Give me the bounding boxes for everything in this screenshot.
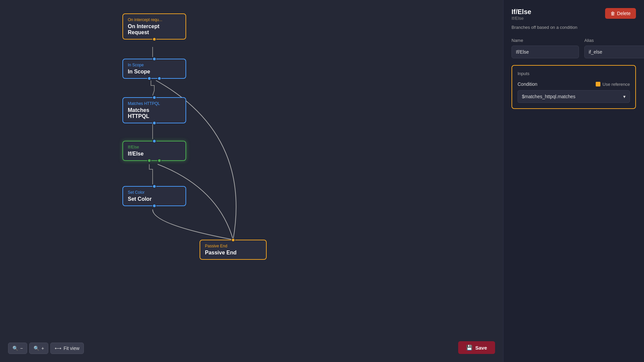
connector-bottom-orange[interactable] — [152, 37, 156, 41]
node-type-label: Matches HTTPQL — [128, 101, 181, 106]
node-type-label: If/Else — [128, 145, 181, 149]
node-name: Passive End — [205, 250, 261, 256]
use-reference-checkbox[interactable] — [596, 82, 600, 86]
panel-header: If/Else If/Else 🗑 Delete — [512, 8, 636, 22]
name-input[interactable] — [512, 46, 579, 58]
connector-top[interactable] — [152, 96, 156, 100]
node-type-label: In Scope — [128, 63, 181, 67]
inputs-title: Inputs — [518, 71, 630, 76]
node-matches-httpql[interactable]: Matches HTTPQL MatchesHTTPQL — [122, 97, 186, 123]
name-label: Name — [512, 38, 579, 43]
fit-view-button[interactable]: ⟷ Fit view — [50, 343, 84, 354]
panel-description: Branches off based on a condition — [512, 25, 636, 30]
name-alias-row: Name Alias — [512, 38, 636, 58]
zoom-in-label: + — [41, 346, 44, 351]
node-intercept-request[interactable]: On intercept requ... On InterceptRequest — [122, 13, 186, 40]
connector-top[interactable] — [152, 184, 156, 188]
connector-top[interactable] — [152, 57, 156, 61]
condition-label: Condition — [518, 81, 537, 87]
use-reference-group: Use reference — [596, 82, 630, 87]
node-type-label: On intercept requ... — [128, 17, 181, 22]
fit-view-label: Fit view — [63, 346, 79, 351]
zoom-out-button[interactable]: 🔍 − — [8, 343, 27, 354]
node-name: On InterceptRequest — [128, 23, 181, 36]
alias-label: Alias — [584, 38, 644, 43]
save-button[interactable]: 💾 Save — [458, 341, 495, 354]
alias-group: Alias — [584, 38, 644, 58]
node-if-else[interactable]: If/Else If/Else — [122, 141, 186, 161]
inputs-panel: Inputs Condition Use reference $matches_… — [512, 65, 636, 109]
node-name: MatchesHTTPQL — [128, 107, 181, 119]
save-label: Save — [475, 345, 487, 351]
zoom-in-button[interactable]: 🔍 + — [29, 343, 48, 354]
panel-subtitle: If/Else — [512, 16, 531, 21]
node-type-label: Set Color — [128, 190, 181, 195]
connector-top-orange[interactable] — [231, 238, 235, 242]
connector-green-right[interactable] — [157, 159, 161, 163]
connector-top[interactable] — [152, 139, 156, 143]
connector-bottom-left[interactable] — [147, 76, 151, 80]
zoom-in-icon: 🔍 — [34, 346, 39, 351]
save-icon: 💾 — [466, 345, 473, 351]
flow-connections — [0, 0, 503, 362]
name-group: Name — [512, 38, 579, 58]
node-passive-end[interactable]: Passive End Passive End — [200, 240, 267, 260]
node-set-color[interactable]: Set Color Set Color — [122, 186, 186, 206]
connector-bottom-right[interactable] — [157, 76, 161, 80]
delete-button[interactable]: 🗑 Delete — [605, 8, 636, 19]
connector-green-left[interactable] — [147, 159, 151, 163]
node-name: In Scope — [128, 69, 181, 75]
zoom-out-icon: 🔍 — [12, 346, 18, 351]
delete-label: Delete — [617, 11, 631, 16]
panel-title: If/Else — [512, 8, 531, 16]
right-panel: If/Else If/Else 🗑 Delete Branches off ba… — [503, 0, 644, 362]
node-in-scope[interactable]: In Scope In Scope — [122, 59, 186, 79]
condition-value: $matches_httpql.matches — [518, 90, 619, 103]
zoom-controls: 🔍 − 🔍 + ⟷ Fit view — [8, 343, 84, 354]
flow-canvas: On intercept requ... On InterceptRequest… — [0, 0, 503, 362]
connector-bottom[interactable] — [152, 204, 156, 208]
connector-bottom[interactable] — [152, 121, 156, 125]
zoom-out-label: − — [20, 346, 23, 351]
fit-view-icon: ⟷ — [55, 346, 61, 351]
panel-title-group: If/Else If/Else — [512, 8, 531, 22]
delete-icon: 🗑 — [610, 11, 615, 16]
use-reference-label: Use reference — [602, 82, 630, 87]
node-type-label: Passive End — [205, 244, 261, 248]
node-name: If/Else — [128, 151, 181, 157]
alias-input[interactable] — [584, 46, 644, 58]
condition-select-row: $matches_httpql.matches ▾ — [518, 90, 630, 103]
node-name: Set Color — [128, 196, 181, 202]
condition-row: Condition Use reference — [518, 81, 630, 87]
condition-dropdown-button[interactable]: ▾ — [619, 90, 630, 103]
